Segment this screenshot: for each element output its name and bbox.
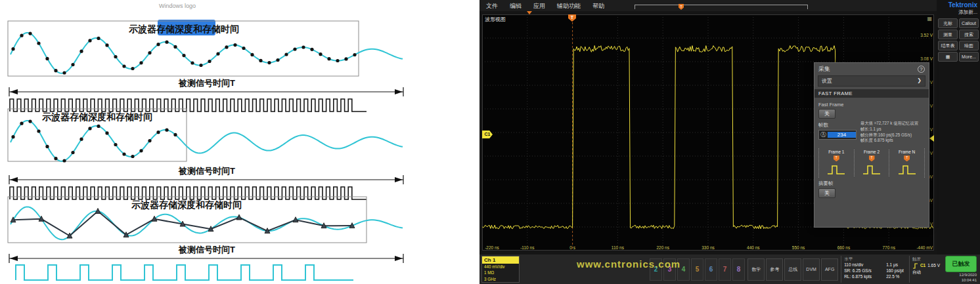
trigger-mode: 自动	[912, 269, 940, 275]
channel1-bandwidth: 3 GHz	[482, 276, 519, 282]
channel-button-7[interactable]: 7	[719, 258, 731, 281]
diagram-title: 示波器存储深度和存储时间	[7, 112, 188, 123]
channel1-scale: 440 mV/div	[482, 264, 519, 270]
sidebar-button-measure[interactable]: 测量	[938, 30, 958, 39]
right-toolbar: Tektronix 添加新... 光标Callout测量搜索结果表绘图▦More…	[937, 0, 980, 254]
horizontal-label: 水平	[844, 256, 904, 262]
frame-pulse-icon	[826, 162, 846, 176]
diagram-sparse-sampling: 示波器存储深度和存储时间 被测信号时间T	[7, 194, 414, 284]
graticule: 3.52 V3.08 V2.64 V2.20 V1.76 V1.32 V880 …	[482, 14, 934, 251]
trigger-label: 触发	[912, 256, 940, 262]
channel-button-6[interactable]: 6	[705, 258, 717, 281]
dvm-button[interactable]: DVM	[803, 258, 820, 281]
diagram-title: 示波器存储深度和存储时间	[7, 199, 367, 211]
horizontal-section[interactable]: 水平 110 ns/div1.1 μsSR: 6.25 GS/s160 ps/p…	[841, 256, 906, 283]
summary-frame-toggle[interactable]: 关	[818, 188, 835, 198]
trigger-source: C1	[920, 262, 925, 269]
fastframe-section-header: FAST FRAME	[814, 89, 929, 98]
datetime: 12/9/2020 10:04:41	[959, 273, 977, 283]
horizontal-row: RL: 6.875 kpts22.5 %	[844, 274, 904, 280]
menu-item-utility[interactable]: 辅助功能	[557, 2, 581, 11]
fastframe-info: 最大值 =72,727 k 使用记忆设置 帧长:1.1 μs 帧分辨率:160 …	[860, 121, 925, 144]
summary-frame-label: 摘要帧	[818, 180, 925, 187]
fastframe-label: Fast Frame	[818, 102, 925, 108]
rising-edge-icon	[912, 262, 918, 269]
horizontal-row: SR: 6.25 GS/s160 ps/pt	[844, 268, 904, 274]
run-status-button[interactable]: 已触发	[945, 256, 977, 272]
time-span-arrow	[7, 174, 407, 185]
channel-button-5[interactable]: 5	[691, 258, 703, 281]
zoom-grid-icon[interactable]: ▦	[927, 16, 932, 22]
frame-cell: Frame 2 T	[855, 150, 890, 176]
frame-count-value: 234	[828, 132, 856, 138]
frame-trigger-icon: T	[869, 155, 875, 161]
frame-count-input[interactable]: Ⓐ 234	[818, 130, 857, 140]
chevron-right-icon: ❯	[917, 77, 922, 85]
diagram-title: 示波器存储深度和存储时间	[7, 24, 361, 35]
diagram-partial-sampling: 示波器存储深度和存储时间 被测信号时间T	[7, 106, 414, 205]
help-icon[interactable]: ?	[918, 66, 925, 73]
keypad-icon[interactable]: Ⓐ	[819, 131, 828, 139]
frame-count-label: 帧数	[818, 122, 857, 129]
record-overview-bar[interactable]: T	[635, 5, 808, 9]
math-button[interactable]: 数学	[747, 258, 765, 281]
overview-trigger-marker[interactable]: T	[679, 4, 684, 10]
panel-title: 采集	[818, 65, 830, 73]
screenshot-root: Windows logo … 示波器存储深度和存储时间 被测信号时间T 示波器存…	[0, 0, 980, 284]
channel1-badge[interactable]: Ch 1 440 mV/div 1 MΩ 3 GHz	[481, 256, 520, 283]
time-span-arrow	[7, 87, 407, 97]
frame-pulse-icon	[862, 162, 881, 176]
source-buttons: 数学参考总线DVMAFG	[747, 256, 838, 283]
watermark: www.cntronics.com	[577, 258, 680, 270]
add-new-button[interactable]: 添加新...	[938, 9, 979, 18]
sidebar-button-search[interactable]: 搜索	[959, 30, 979, 39]
popup-text: Windows logo	[150, 3, 236, 9]
settings-label: 设置	[822, 77, 832, 85]
settings-row[interactable]: 设置 ❯	[818, 75, 925, 87]
sample-clock-wave	[7, 262, 407, 283]
bus-button[interactable]: 总线	[784, 258, 801, 281]
sidebar-button-plot[interactable]: 绘图	[959, 41, 979, 51]
left-diagrams-panel: Windows logo … 示波器存储深度和存储时间 被测信号时间T 示波器存…	[0, 0, 479, 284]
menu-item-apply[interactable]: 应用	[533, 2, 545, 11]
menu-item-help[interactable]: 帮助	[592, 2, 604, 11]
frame-cell: Frame N T	[889, 150, 924, 176]
ref-button[interactable]: 参考	[766, 258, 783, 281]
fastframe-toggle[interactable]: 关	[818, 109, 835, 119]
channel-button-8[interactable]: 8	[732, 258, 745, 281]
frame-cell: Frame 1 T	[819, 150, 855, 176]
frame-trigger-icon: T	[834, 155, 839, 161]
view-tab[interactable]: 波形视图	[485, 16, 506, 23]
trigger-level-marker[interactable]	[929, 135, 934, 142]
menu-item-edit[interactable]: 编辑	[510, 2, 522, 11]
sidebar-button-badge[interactable]: ▦	[938, 52, 958, 62]
oscilloscope-panel: 文件编辑应用辅助功能帮助 T 3.52 V3.08 V2.64 V2.20 V1…	[479, 0, 980, 284]
channel1-impedance: 1 MΩ	[482, 270, 519, 275]
trigger-level: 1.65 V	[927, 262, 940, 269]
trigger-section[interactable]: 触发 C1 1.65 V 自动	[909, 256, 943, 283]
frames-diagram: Frame 1 T Frame 2 T Frame N T	[818, 148, 925, 178]
menu-item-file[interactable]: 文件	[486, 2, 498, 11]
bottom-bar: Ch 1 440 mV/div 1 MΩ 3 GHz 2345678 数学参考总…	[479, 254, 980, 284]
horizontal-row: 110 ns/div1.1 μs	[844, 262, 904, 268]
tektronix-logo: Tektronix	[938, 1, 979, 9]
acquisition-panel: 采集 ? 设置 ❯ FAST FRAME Fast Frame 关 帧数	[814, 62, 929, 228]
sidebar-button-more[interactable]: More...	[959, 52, 979, 62]
frame-trigger-icon: T	[904, 155, 910, 161]
channel1-label: Ch 1	[482, 256, 519, 264]
sidebar-button-callout[interactable]: Callout	[959, 18, 979, 28]
afg-button[interactable]: AFG	[821, 258, 838, 281]
diagram-full-sampling: 示波器存储深度和存储时间 被测信号时间T	[7, 18, 414, 117]
frame-pulse-icon	[897, 162, 917, 176]
sidebar-button-cursor[interactable]: 光标	[938, 18, 958, 28]
sidebar-button-results-table[interactable]: 结果表	[938, 41, 958, 51]
